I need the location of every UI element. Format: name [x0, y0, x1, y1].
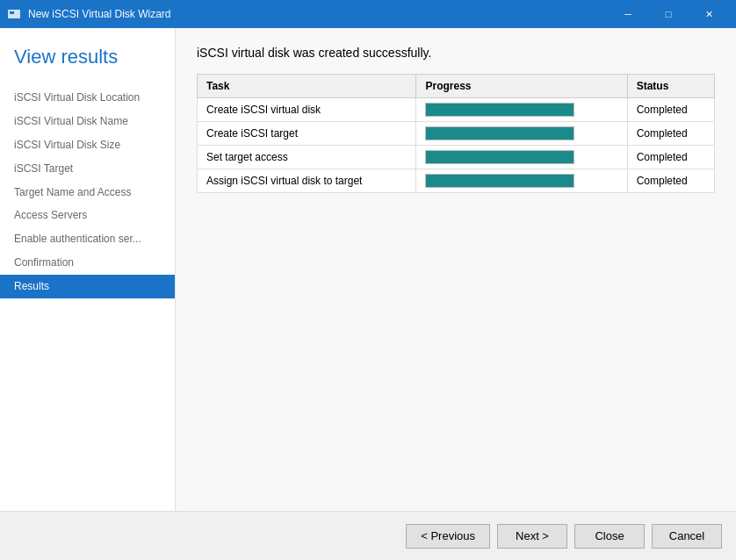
task-cell: Create iSCSI virtual disk [198, 98, 416, 122]
progress-cell [416, 169, 627, 193]
success-message: iSCSI virtual disk was created successfu… [197, 46, 715, 60]
close-button[interactable]: Close [574, 524, 645, 549]
table-row: Set target accessCompleted [198, 146, 715, 169]
task-cell: Set target access [198, 146, 416, 169]
sidebar-item-iscsi-target[interactable]: iSCSI Target [0, 157, 175, 181]
close-window-button[interactable]: ✕ [689, 0, 729, 28]
previous-button[interactable]: < Previous [406, 524, 490, 549]
status-cell: Completed [627, 146, 714, 169]
col-progress: Progress [416, 75, 627, 98]
table-row: Create iSCSI virtual diskCompleted [198, 98, 715, 122]
content-area: View results iSCSI Virtual Disk Location… [0, 28, 736, 511]
task-cell: Create iSCSI target [198, 122, 416, 146]
sidebar-item-disk-location[interactable]: iSCSI Virtual Disk Location [0, 86, 175, 110]
sidebar: View results iSCSI Virtual Disk Location… [0, 28, 176, 511]
window-controls: ─ □ ✕ [608, 0, 729, 28]
results-table: Task Progress Status Create iSCSI virtua… [197, 74, 715, 193]
table-row: Assign iSCSI virtual disk to targetCompl… [198, 169, 715, 193]
svg-rect-1 [10, 11, 14, 14]
col-task: Task [198, 75, 416, 98]
status-cell: Completed [627, 98, 714, 122]
footer: < Previous Next > Close Cancel [0, 511, 736, 560]
progress-bar-fill [426, 175, 574, 187]
page-title: View results [0, 46, 175, 86]
sidebar-item-disk-size[interactable]: iSCSI Virtual Disk Size [0, 133, 175, 157]
status-cell: Completed [627, 122, 714, 146]
progress-bar-container [425, 150, 574, 164]
minimize-button[interactable]: ─ [608, 0, 648, 28]
app-icon [7, 7, 21, 21]
table-row: Create iSCSI targetCompleted [198, 122, 715, 146]
sidebar-item-results[interactable]: Results [0, 275, 175, 298]
progress-bar-fill [426, 127, 574, 140]
col-status: Status [627, 75, 714, 98]
progress-bar-container [425, 103, 574, 117]
title-bar: New iSCSI Virtual Disk Wizard ─ □ ✕ [0, 0, 736, 28]
task-cell: Assign iSCSI virtual disk to target [198, 169, 416, 193]
sidebar-item-access-servers[interactable]: Access Servers [0, 204, 175, 227]
sidebar-item-enable-auth[interactable]: Enable authentication ser... [0, 227, 175, 251]
cancel-button[interactable]: Cancel [652, 524, 722, 549]
main-window: View results iSCSI Virtual Disk Location… [0, 28, 736, 560]
sidebar-item-confirmation[interactable]: Confirmation [0, 251, 175, 275]
progress-bar-container [425, 126, 574, 140]
progress-bar-fill [426, 151, 574, 163]
main-panel: iSCSI virtual disk was created successfu… [176, 28, 736, 511]
status-cell: Completed [627, 169, 714, 193]
progress-bar-fill [426, 104, 574, 116]
maximize-button[interactable]: □ [648, 0, 689, 28]
sidebar-item-target-name[interactable]: Target Name and Access [0, 181, 175, 205]
progress-cell [416, 98, 627, 122]
progress-cell [416, 146, 627, 169]
next-button[interactable]: Next > [497, 524, 567, 549]
progress-cell [416, 122, 627, 146]
window-title: New iSCSI Virtual Disk Wizard [28, 8, 601, 20]
progress-bar-container [425, 174, 574, 188]
sidebar-item-disk-name[interactable]: iSCSI Virtual Disk Name [0, 110, 175, 133]
